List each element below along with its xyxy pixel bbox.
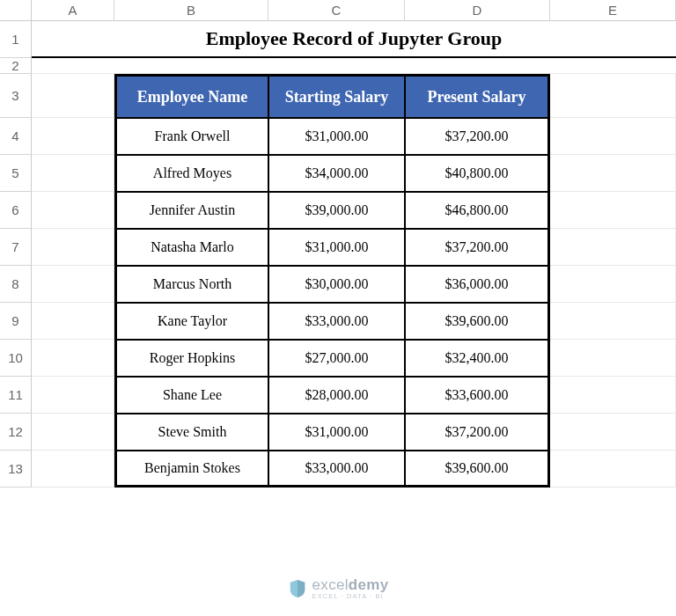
row-header-1[interactable]: 1 bbox=[0, 21, 32, 58]
cell-a13[interactable] bbox=[32, 451, 114, 488]
row-header-7[interactable]: 7 bbox=[0, 229, 32, 266]
row-header-9[interactable]: 9 bbox=[0, 303, 32, 340]
cell-a8[interactable] bbox=[32, 266, 114, 303]
cell-e10[interactable] bbox=[550, 340, 676, 377]
table-row[interactable]: $27,000.00 bbox=[268, 340, 405, 377]
table-row[interactable]: $40,800.00 bbox=[405, 155, 550, 192]
cell-a6[interactable] bbox=[32, 192, 114, 229]
table-row[interactable]: $39,600.00 bbox=[405, 303, 550, 340]
cell-e12[interactable] bbox=[550, 414, 676, 451]
table-row[interactable]: $31,000.00 bbox=[268, 414, 405, 451]
cell-a3[interactable] bbox=[32, 74, 114, 118]
table-row[interactable]: $39,000.00 bbox=[268, 192, 405, 229]
table-row[interactable]: $37,200.00 bbox=[405, 118, 550, 155]
page-title: Employee Record of Jupyter Group bbox=[32, 21, 676, 58]
watermark-text: exceldemy EXCEL · DATA · BI bbox=[312, 577, 389, 600]
col-header-d[interactable]: D bbox=[405, 0, 550, 21]
cell-a10[interactable] bbox=[32, 340, 114, 377]
exceldemy-icon bbox=[288, 579, 307, 598]
cell-a11[interactable] bbox=[32, 377, 114, 414]
table-header-name[interactable]: Employee Name bbox=[114, 74, 268, 118]
spreadsheet-grid: A B C D E 1 Employee Record of Jupyter G… bbox=[0, 0, 676, 488]
row-header-13[interactable]: 13 bbox=[0, 451, 32, 488]
table-row[interactable]: $39,600.00 bbox=[405, 451, 550, 488]
cell-e8[interactable] bbox=[550, 266, 676, 303]
cell-e9[interactable] bbox=[550, 303, 676, 340]
col-header-b[interactable]: B bbox=[114, 0, 268, 21]
table-row[interactable]: $31,000.00 bbox=[268, 229, 405, 266]
table-row[interactable]: Alfred Moyes bbox=[114, 155, 268, 192]
table-row[interactable]: $30,000.00 bbox=[268, 266, 405, 303]
table-row[interactable]: $31,000.00 bbox=[268, 118, 405, 155]
table-row[interactable]: Natasha Marlo bbox=[114, 229, 268, 266]
row-header-10[interactable]: 10 bbox=[0, 340, 32, 377]
cell-a5[interactable] bbox=[32, 155, 114, 192]
table-row[interactable]: $28,000.00 bbox=[268, 377, 405, 414]
row-header-4[interactable]: 4 bbox=[0, 118, 32, 155]
select-all-corner[interactable] bbox=[0, 0, 32, 21]
cell-a9[interactable] bbox=[32, 303, 114, 340]
table-row[interactable]: $33,600.00 bbox=[405, 377, 550, 414]
table-row[interactable]: Jennifer Austin bbox=[114, 192, 268, 229]
table-row[interactable]: $33,000.00 bbox=[268, 451, 405, 488]
table-row[interactable]: Benjamin Stokes bbox=[114, 451, 268, 488]
cell-e11[interactable] bbox=[550, 377, 676, 414]
cell-e5[interactable] bbox=[550, 155, 676, 192]
table-row[interactable]: Marcus North bbox=[114, 266, 268, 303]
cell-a12[interactable] bbox=[32, 414, 114, 451]
row-header-2[interactable]: 2 bbox=[0, 58, 32, 74]
table-header-present[interactable]: Present Salary bbox=[405, 74, 550, 118]
cell-a4[interactable] bbox=[32, 118, 114, 155]
table-header-start[interactable]: Starting Salary bbox=[268, 74, 405, 118]
row-header-8[interactable]: 8 bbox=[0, 266, 32, 303]
row-header-3[interactable]: 3 bbox=[0, 74, 32, 118]
watermark-logo: exceldemy EXCEL · DATA · BI bbox=[0, 577, 676, 600]
row-header-12[interactable]: 12 bbox=[0, 414, 32, 451]
row-header-6[interactable]: 6 bbox=[0, 192, 32, 229]
table-row[interactable]: $37,200.00 bbox=[405, 229, 550, 266]
row-header-11[interactable]: 11 bbox=[0, 377, 32, 414]
cell-e13[interactable] bbox=[550, 451, 676, 488]
blank-row bbox=[32, 58, 676, 74]
cell-e4[interactable] bbox=[550, 118, 676, 155]
table-row[interactable]: Shane Lee bbox=[114, 377, 268, 414]
col-header-c[interactable]: C bbox=[268, 0, 405, 21]
table-row[interactable]: $34,000.00 bbox=[268, 155, 405, 192]
table-row[interactable]: Frank Orwell bbox=[114, 118, 268, 155]
table-row[interactable]: $33,000.00 bbox=[268, 303, 405, 340]
col-header-e[interactable]: E bbox=[550, 0, 676, 21]
table-row[interactable]: $32,400.00 bbox=[405, 340, 550, 377]
table-row[interactable]: $46,800.00 bbox=[405, 192, 550, 229]
col-header-a[interactable]: A bbox=[32, 0, 114, 21]
table-row[interactable]: Steve Smith bbox=[114, 414, 268, 451]
table-row[interactable]: $37,200.00 bbox=[405, 414, 550, 451]
cell-e6[interactable] bbox=[550, 192, 676, 229]
table-row[interactable]: $36,000.00 bbox=[405, 266, 550, 303]
table-row[interactable]: Roger Hopkins bbox=[114, 340, 268, 377]
cell-a7[interactable] bbox=[32, 229, 114, 266]
cell-e3[interactable] bbox=[550, 74, 676, 118]
cell-e7[interactable] bbox=[550, 229, 676, 266]
row-header-5[interactable]: 5 bbox=[0, 155, 32, 192]
table-row[interactable]: Kane Taylor bbox=[114, 303, 268, 340]
